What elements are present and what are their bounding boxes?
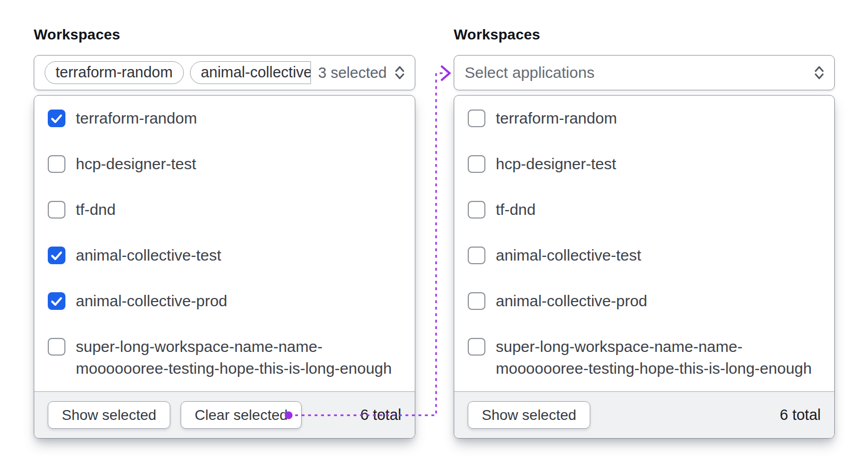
options-list: terraform-randomhcp-designer-testtf-dnda…	[34, 96, 415, 391]
checkbox-unchecked[interactable]	[468, 110, 485, 127]
listbox-option[interactable]: animal-collective-test	[454, 233, 834, 278]
option-label: super-long-workspace-name-name-moooooore…	[76, 336, 401, 379]
option-label: tf-dnd	[496, 199, 536, 221]
footer-buttons: Show selected	[468, 401, 590, 429]
option-label: terraform-random	[76, 107, 197, 129]
footer-buttons: Show selectedClear selected	[48, 401, 302, 429]
checkbox-unchecked[interactable]	[48, 338, 65, 356]
option-label: hcp-designer-test	[496, 153, 616, 175]
listbox: terraform-randomhcp-designer-testtf-dnda…	[454, 95, 835, 439]
option-label: super-long-workspace-name-name-moooooore…	[496, 336, 821, 379]
caret-up-down-icon	[813, 64, 825, 81]
checkbox-unchecked[interactable]	[468, 338, 485, 356]
panel-label: Workspaces	[454, 26, 835, 44]
listbox-option[interactable]: hcp-designer-test	[34, 141, 415, 187]
checkbox-unchecked[interactable]	[48, 201, 65, 219]
listbox-option[interactable]: super-long-workspace-name-name-moooooore…	[34, 324, 415, 391]
listbox-option[interactable]: animal-collective-prod	[454, 278, 834, 324]
caret-up-down-icon	[394, 64, 405, 81]
checkbox-unchecked[interactable]	[468, 292, 485, 310]
selected-tags: terraform-randomanimal-collective	[45, 61, 311, 84]
check-icon	[48, 247, 65, 264]
select-trigger[interactable]: terraform-randomanimal-collective 3 sele…	[34, 55, 415, 90]
selected-count: 3 selected	[318, 64, 387, 81]
option-label: hcp-designer-test	[76, 153, 196, 175]
checkbox-checked[interactable]	[48, 292, 65, 310]
checkbox-unchecked[interactable]	[468, 201, 485, 219]
show-selected-button[interactable]: Show selected	[48, 401, 170, 429]
select-placeholder: Select applications	[465, 64, 806, 81]
annotation-arrowhead-icon	[442, 66, 450, 80]
option-label: tf-dnd	[76, 199, 116, 221]
listbox-footer: Show selected 6 total	[454, 391, 834, 438]
checkbox-unchecked[interactable]	[468, 155, 485, 173]
checkbox-unchecked[interactable]	[48, 155, 65, 173]
listbox-footer: Show selectedClear selected 6 total	[34, 391, 415, 438]
option-label: animal-collective-prod	[76, 290, 227, 312]
selected-tag: animal-collective	[190, 61, 311, 84]
panel-label: Workspaces	[34, 26, 415, 44]
workspaces-select-panel: Workspaces Select applications terraform…	[454, 26, 835, 439]
listbox-option[interactable]: animal-collective-prod	[34, 278, 415, 324]
listbox-option[interactable]: tf-dnd	[454, 187, 834, 233]
listbox-option[interactable]: terraform-random	[454, 96, 834, 141]
option-label: animal-collective-test	[76, 244, 221, 266]
checkbox-checked[interactable]	[48, 110, 65, 127]
select-trigger[interactable]: Select applications	[454, 55, 835, 90]
option-label: animal-collective-prod	[496, 290, 647, 312]
checkbox-unchecked[interactable]	[468, 247, 485, 264]
listbox-option[interactable]: super-long-workspace-name-name-moooooore…	[454, 324, 834, 391]
option-label: animal-collective-test	[496, 244, 641, 266]
check-icon	[48, 292, 65, 310]
show-selected-button[interactable]: Show selected	[468, 401, 590, 429]
listbox-option[interactable]: tf-dnd	[34, 187, 415, 233]
listbox-option[interactable]: animal-collective-test	[34, 233, 415, 278]
options-list: terraform-randomhcp-designer-testtf-dnda…	[454, 96, 834, 391]
option-label: terraform-random	[496, 107, 617, 129]
workspaces-select-panel: Workspaces terraform-randomanimal-collec…	[34, 26, 415, 439]
checkbox-checked[interactable]	[48, 247, 65, 264]
listbox-option[interactable]: hcp-designer-test	[454, 141, 834, 187]
clear-selected-button[interactable]: Clear selected	[181, 401, 302, 429]
check-icon	[48, 110, 65, 127]
listbox: terraform-randomhcp-designer-testtf-dnda…	[34, 95, 415, 439]
total-count: 6 total	[360, 406, 401, 424]
total-count: 6 total	[780, 406, 821, 424]
listbox-option[interactable]: terraform-random	[34, 96, 415, 141]
selected-tag: terraform-random	[45, 61, 184, 84]
